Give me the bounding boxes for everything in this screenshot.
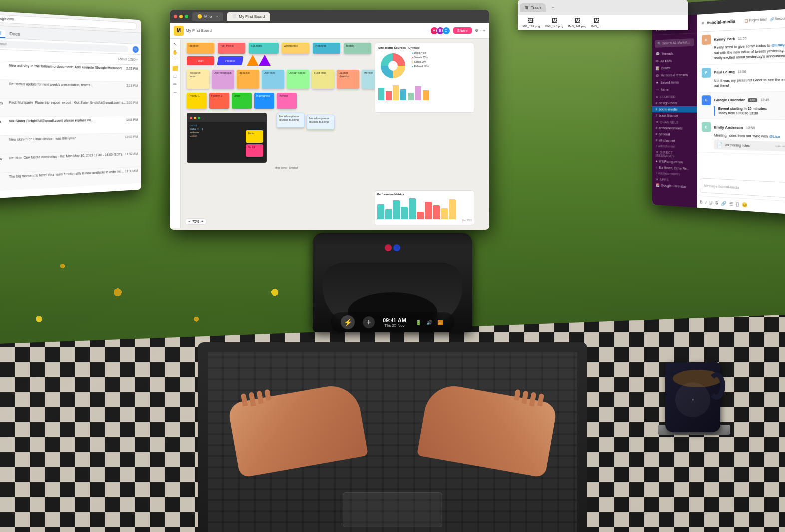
slack-nav-more[interactable]: ⋯ More	[652, 86, 697, 93]
bold-icon[interactable]: B	[700, 199, 703, 204]
miro-minimize[interactable]	[179, 15, 183, 18]
list-icon[interactable]: ☰	[729, 201, 733, 207]
email-row-2[interactable]: James Spacey Re: status update for next …	[0, 79, 141, 99]
slack-main-area: # #social-media 📋 Project brief 🔗 Resour…	[697, 8, 785, 216]
wifi-icon[interactable]: 📶	[436, 319, 444, 325]
sticky-r3-2[interactable]: Priority 2	[209, 93, 229, 109]
sticky-4[interactable]: Wireframes	[282, 43, 309, 54]
msg-sender-kenny: Kenny Park	[714, 36, 735, 42]
sticky-r3-3[interactable]: Done	[232, 93, 252, 109]
slack-channel-title: #social-media	[707, 19, 735, 25]
sticky-r3-1[interactable]: Priority 1	[187, 93, 207, 109]
taskbar-time-display: 09:41 AM Thu 25 Nov	[383, 317, 406, 328]
project-brief-link[interactable]: 📋 Project brief	[744, 17, 767, 23]
sticky-r2-2[interactable]: User feedback	[212, 70, 234, 89]
msg-header-gcal: G Google Calendar APP 12:45	[702, 94, 785, 105]
slack-channel-social-media[interactable]: # social-media	[652, 106, 697, 113]
sticky-3[interactable]: Solutions	[249, 43, 279, 54]
slack-msg-emily[interactable]: E Emily Anderson 12:58 Meeting notes fro…	[697, 119, 785, 156]
gmail-avatar[interactable]: G	[133, 46, 139, 53]
sticky-note-blue-2[interactable]: No follow please discuss building	[307, 115, 334, 130]
flow-decision[interactable]	[259, 55, 271, 66]
miro-canvas[interactable]: ↖ ✋ T 🟨 □ ✏ ↔ Ideation Pain Points Solut…	[170, 39, 489, 228]
gmail-tab-gmail[interactable]: Gmail	[0, 29, 5, 38]
miro-bottom-chart[interactable]: Performance Metrics Dec 2022	[375, 190, 474, 225]
trash-tab-extra[interactable]: +	[548, 4, 558, 11]
sticky-r2-3[interactable]: Ideas list	[237, 70, 259, 89]
slack-channel-team-finance[interactable]: # team-finance	[652, 112, 697, 119]
left-hand	[227, 382, 368, 478]
miro-tab-close[interactable]: ×	[216, 14, 219, 19]
trackpad[interactable]	[343, 492, 442, 527]
miro-chart-area[interactable]: Site Traffic Sources - Untitled ■ Di	[375, 43, 474, 113]
trash-tab-active[interactable]: 🗑 Trash	[520, 3, 546, 12]
miro-tab-active[interactable]: ⬜ My First Board	[227, 12, 270, 21]
mentions-icon: @	[656, 73, 659, 78]
wireframe-sticky-1[interactable]: Fix UI	[246, 144, 263, 157]
msg-time-paul: 13:56	[738, 70, 746, 73]
tool-connector[interactable]: ↔	[173, 90, 177, 95]
toolbar-nav-forward[interactable]: ›	[137, 57, 138, 62]
coffee-mug: ✦	[660, 352, 725, 432]
taskbar-app-icon[interactable]: ⚡	[341, 315, 355, 329]
miro-more-icon[interactable]: ⋯	[481, 28, 485, 33]
zoom-out[interactable]: −	[188, 220, 190, 223]
tool-hand[interactable]: ✋	[172, 50, 178, 55]
dm-icon-1: ●	[656, 159, 658, 163]
tool-shape[interactable]: □	[174, 74, 176, 79]
battery-icon[interactable]: 🔋	[414, 319, 422, 325]
slack-nav-saved[interactable]: ★ Saved items	[652, 78, 697, 86]
sticky-r2-7[interactable]: Launch checklist	[337, 70, 359, 89]
sticky-5[interactable]: Prototype	[313, 43, 340, 54]
msg-attachment[interactable]: 📄 1/9 meeting notes Last edited just now	[714, 140, 785, 152]
sticky-r2-6[interactable]: Build plan	[312, 70, 334, 89]
resources-link[interactable]: 🔗 Resources	[770, 16, 785, 21]
channel-hash-icon: #	[656, 101, 658, 105]
underline-icon[interactable]: U	[709, 200, 712, 205]
strikethrough-icon[interactable]: S̶	[715, 200, 718, 205]
sticky-note-blue-1[interactable]: No follow please discuss building	[277, 113, 304, 128]
flow-process[interactable]: Process	[217, 56, 243, 65]
miro-share-button[interactable]: Share	[453, 27, 472, 34]
sticky-r2-5[interactable]: Design specs	[287, 70, 309, 89]
miro-logo[interactable]: M	[174, 26, 184, 36]
tool-sticky[interactable]: 🟨	[172, 66, 178, 71]
flow-diamond-up[interactable]	[247, 55, 259, 66]
sticky-r3-4[interactable]: In progress	[254, 93, 274, 109]
miro-zoom-control[interactable]: − 75% +	[185, 218, 207, 225]
miro-close[interactable]	[174, 15, 177, 18]
wireframe-box[interactable]: const data = [] return value Fix UI Todo	[187, 113, 267, 163]
sticky-r2-4[interactable]: User flow	[262, 70, 284, 89]
miro-board-area[interactable]: Ideation Pain Points Solutions Wireframe…	[182, 39, 489, 228]
code-icon[interactable]: {}	[736, 202, 739, 207]
email-row-3[interactable]: Nik Slater (brightful@g) Fwd: Multiparty…	[0, 98, 141, 117]
slack-search[interactable]: 🔍 Search A1 Market...	[652, 36, 697, 50]
attachment-time: Last edited just now	[776, 145, 785, 149]
slack-msg-kenny[interactable]: K Kenny Park 11:55 Really need to give s…	[697, 27, 785, 65]
miro-settings-icon[interactable]: ⚙	[475, 28, 478, 33]
sticky-2[interactable]: Pain Points	[218, 43, 245, 54]
tool-cursor[interactable]: ↖	[173, 42, 177, 47]
link-icon[interactable]: 🔗	[721, 201, 727, 206]
msg-sender-gcal: Google Calendar	[714, 98, 745, 102]
tool-text[interactable]: T	[174, 58, 177, 63]
slack-channel-design-team[interactable]: # design-team	[652, 100, 697, 106]
sticky-r2-1[interactable]: Research notes	[187, 70, 209, 89]
slack-nav-mentions[interactable]: @ Mentions & reactions	[652, 71, 697, 79]
zoom-in[interactable]: +	[201, 220, 203, 223]
miro-browser-tab[interactable]: 🟡 Miro ×	[192, 12, 223, 21]
sticky-1[interactable]: Ideation	[187, 43, 214, 54]
sticky-6[interactable]: Testing	[344, 43, 371, 54]
italic-icon[interactable]: I	[705, 200, 706, 205]
volume-icon[interactable]: 🔊	[425, 319, 433, 325]
tool-pen[interactable]: ✏	[173, 82, 177, 87]
sticky-r3-5[interactable]: Review	[277, 93, 297, 109]
slack-msg-gcal[interactable]: G Google Calendar APP 12:45 Eevent start…	[697, 91, 785, 120]
flow-start[interactable]: Start	[187, 56, 214, 65]
slack-msg-paul[interactable]: P Paul Leung 13:56 No! It was my pleasur…	[697, 62, 785, 92]
wireframe-sticky-2[interactable]: Todo	[246, 130, 263, 143]
emoji-icon[interactable]: 😊	[742, 202, 747, 208]
taskbar-add-button[interactable]: +	[363, 316, 375, 328]
miro-maximize[interactable]	[185, 15, 188, 18]
gmail-tab-docs[interactable]: Docs	[5, 30, 24, 39]
